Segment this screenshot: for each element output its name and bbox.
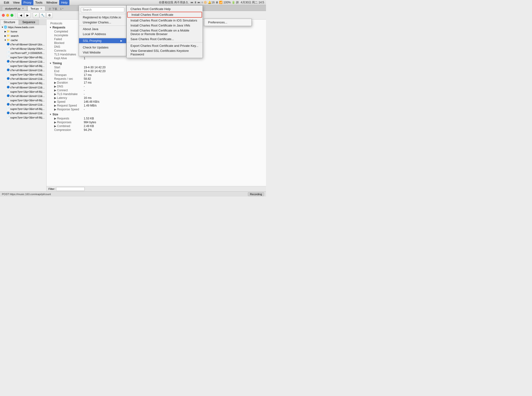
tree-label: s?ie=utf-8&csq=1&pstg=20&mod=2&isbd=	[10, 47, 45, 50]
tab-textpy[interactable]: Text.py ✕	[28, 6, 45, 11]
menu-view[interactable]: View	[11, 0, 22, 5]
dns-row: DNS 0	[48, 45, 264, 49]
end-row: End 19-4-30 14:42:20	[48, 69, 264, 73]
toolbar-btn-settings[interactable]: ⚙	[46, 12, 53, 18]
respspeed-row[interactable]: ▶ Response Speed -	[48, 107, 264, 111]
connect-label: ▶ Connect	[50, 89, 84, 92]
size-header[interactable]: ▼ Size	[48, 112, 264, 116]
tree-item[interactable]: 📄 sugrec?pre=1&p=3&ie=utf-8&json=1&pro	[0, 81, 46, 85]
tab-structure[interactable]: Structure	[0, 20, 19, 25]
filter-input[interactable]	[56, 187, 85, 191]
timing-header[interactable]: ▼ Timing	[48, 61, 264, 65]
latency-row[interactable]: ▶ Latency 16 ms	[48, 96, 264, 100]
tree-item[interactable]: 📄 sugrec?pre=1&p=3&ie=utf-8&json=1&pro	[0, 64, 46, 68]
tree-item[interactable]: 🔵 s?ie=utf-8&newi=1&mod=11&isbd=1&isid=	[0, 68, 46, 72]
tree-item[interactable]: 🔵 s?ie=utf-8&newi=1&mod=11&isbd=1&isid=	[0, 94, 46, 98]
menu-window[interactable]: Window	[44, 0, 59, 5]
main-layout: Structure Sequence ▼ 🌐 https://www.baidu…	[0, 20, 266, 191]
keptalive-value: 1	[84, 57, 85, 60]
tab-close-studyex44[interactable]: ✕	[22, 6, 24, 11]
chinese-text: 你要相信我 再不用多久	[159, 0, 188, 5]
connect-row[interactable]: ▶ Connect -	[48, 88, 264, 92]
menu-proxy[interactable]: Proxy	[22, 0, 33, 5]
size-req-label: ▶ Requests	[50, 117, 84, 120]
size-req-row[interactable]: ▶ Requests 1.53 KB	[48, 116, 264, 120]
recording-button[interactable]: Recording	[248, 192, 264, 196]
doc-icon: 🔵	[7, 111, 10, 115]
tab-sequence[interactable]: Sequence	[19, 20, 39, 25]
folder-icon: 📁	[7, 34, 10, 37]
tree-item[interactable]: 🔵 s?ie=utf-8&newi=1&mod=11&isbd=1&isid=	[0, 85, 46, 90]
blocked-label: Blocked	[50, 41, 84, 45]
tree-item[interactable]: 📄 sugrec?pre=1&p=3&ie=utf-8&json=1&pro	[0, 107, 46, 111]
toolbar-btn-tools[interactable]: 🔧	[39, 12, 46, 18]
folder-icon: 📁	[7, 30, 10, 33]
duration-row[interactable]: ▶ Duration 17 ms	[48, 81, 264, 85]
start-value: 19-4-30 14:42:20	[84, 66, 105, 69]
size-resp-row[interactable]: ▶ Responses 984 bytes	[48, 120, 264, 124]
doc-icon: 📄	[7, 73, 10, 76]
tree-item[interactable]: 📄 sugrec?pre=1&p=3&ie=utf-8&json=1&pro	[0, 98, 46, 102]
toolbar-btn-check[interactable]: ✓	[33, 12, 39, 18]
tree-cache[interactable]: ▼ 📁 cache	[0, 38, 46, 42]
tree-label: sugrec?pre=1&p=3&ie=utf-8&json=1&pro	[10, 116, 45, 119]
tree-item[interactable]: 📄 s?ie=utf-8&csq=1&pstg=20&mod=2&isbd=	[0, 47, 46, 51]
size-resp-value: 984 bytes	[84, 121, 96, 124]
doc-icon: 🔵	[7, 43, 10, 46]
protocols-row: Protocols HTTP/1.1	[48, 22, 264, 25]
tree-item[interactable]: 🔵 s?ie=utf-8&newi=1&mod=11&isbd=1&isid=	[0, 102, 46, 107]
tree-item[interactable]: 📄 con?from=self?_t=1556605056352	[0, 51, 46, 55]
blocked-row: Blocked 0	[48, 41, 264, 45]
doc-icon: 🔵	[7, 86, 10, 89]
maximize-button[interactable]	[11, 14, 13, 17]
tab-studyex44[interactable]: studyex44.py ✕	[2, 6, 27, 11]
toolbar-btn-back[interactable]: ◀	[17, 12, 24, 18]
menu-edit[interactable]: Edit	[2, 0, 11, 5]
tls-value: 0	[84, 53, 85, 56]
minimize-button[interactable]	[6, 14, 9, 17]
tree-item[interactable]: 📄 sugrec?pre=1&p=3&ie=utf-8&json=1&pro	[0, 90, 46, 94]
keptalive-label: Kept Alive	[50, 57, 84, 60]
compression-label: Compression	[50, 128, 84, 132]
reqspeed-row[interactable]: ▶ Request Speed 1.49 MB/s	[48, 104, 264, 107]
tree-label: s?ie=utf-8&newi=1&mod=11&isbd=1&isid=	[10, 95, 45, 98]
tree-label: sugrec?pre=1&p=3&ie=utf-8&json=1&pro	[10, 73, 45, 76]
connects-row: Connects 0	[48, 49, 264, 52]
tree-search[interactable]: ▶ 📁 search	[0, 34, 46, 38]
size-resp-label: ▶ Responses	[50, 121, 84, 124]
tree-item[interactable]: 📄 sugrec?pre=1&p=3&ie=utf-8&json=1&pro	[0, 55, 46, 59]
tree-baidu-root[interactable]: ▼ 🌐 https://www.baidu.com	[0, 25, 46, 29]
tree-item[interactable]: 🔵 s?ie=utf-8&newi=1&mod=11&isbd=1&isid=	[0, 111, 46, 115]
respspeed-label: ▶ Response Speed	[50, 108, 84, 111]
tree-arrow: ▼	[4, 39, 7, 41]
speed-row[interactable]: ▶ Speed 146.48 KB/s	[48, 100, 264, 104]
requests-header[interactable]: ▼ Requests	[48, 25, 264, 30]
tree-item[interactable]: 📄 sugrec?pre=1&p=3&ie=utf-8&json=1&pro	[0, 115, 46, 120]
close-button[interactable]	[2, 14, 5, 17]
menubar-right: 你要相信我 再不用多久 ⏮ ⏸ ⏭ ♡ 🔆 🔔16 🖥 📶 100% 🔋 拼 4…	[159, 0, 264, 5]
tree-label: con?from=self?_t=1556605056352	[11, 52, 45, 54]
tab-close-textpy[interactable]: ✕	[40, 6, 42, 11]
tree-item[interactable]: 🔵 s?ie=utf-8&newi=1&mod=11&isbd=1&isid=	[0, 77, 46, 81]
size-combined-row[interactable]: ▶ Combined 2.49 KB	[48, 124, 264, 128]
toolbar-btn-fwd[interactable]: ▶	[24, 12, 31, 18]
tree-item[interactable]: 🔵 s?ie=utf-8&newi=1&mod=11&isbd=1&isid=	[0, 59, 46, 64]
filter-label: Filter:	[48, 187, 55, 190]
tree-label: s?ie=utf-8&newi=1&mod=11&isbd=1&isid=	[10, 103, 45, 106]
menubar: Edit View Proxy Tools Window Help 你要相信我 …	[0, 0, 266, 5]
tlshandshake-row[interactable]: ▶ TLS Handshake -	[48, 92, 264, 96]
protocols-label: Protocols	[50, 22, 84, 25]
tree-home[interactable]: ▶ 📁 home	[0, 29, 46, 34]
connects-value: 0	[84, 49, 85, 52]
menu-help[interactable]: Help	[59, 0, 69, 5]
doc-icon: 📄	[7, 64, 10, 68]
tree-item[interactable]: 🔵 s?ie=utf-8&newi=1&mod=1&isbd=1&isid=s	[0, 42, 46, 47]
dns2-row[interactable]: ▶ DNS -	[48, 85, 264, 88]
latency-value: 16 ms	[84, 96, 92, 99]
tree-item[interactable]: 📄 sugrec?pre=1&p=3&ie=utf-8&json=1&pro	[0, 72, 46, 77]
tree-label: home	[11, 30, 17, 33]
keptalive-row: Kept Alive 1	[48, 56, 264, 60]
timespan-label: Timespan	[50, 73, 84, 77]
menu-tools[interactable]: Tools	[33, 0, 44, 5]
tree-label: sugrec?pre=1&p=3&ie=utf-8&json=1&pro	[10, 99, 45, 102]
